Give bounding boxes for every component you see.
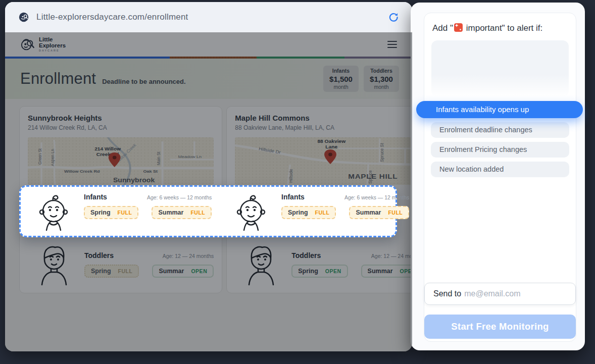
group-age: Age: 6 weeks — 12 months	[344, 194, 409, 200]
season-chip-summar: Summar FULL	[152, 206, 212, 219]
group-age: Age: 6 weeks — 12 months	[147, 194, 212, 200]
baby-icon	[235, 192, 267, 231]
season-label: Spring	[288, 209, 308, 216]
season-status: FULL	[118, 210, 132, 216]
season-label: Summar	[356, 209, 381, 216]
alert-title-suffix: important" to alert if:	[464, 23, 542, 33]
baby-icon	[37, 192, 70, 231]
refresh-icon[interactable]	[388, 12, 399, 23]
alert-option-new-location[interactable]: New location added	[431, 162, 569, 177]
monitor-panel: Add " important" to alert if: Infants av…	[424, 13, 576, 342]
site-favicon-icon	[18, 12, 29, 23]
email-prefix-label: Send to	[433, 289, 461, 298]
email-field-wrapper: Send to	[424, 283, 576, 305]
alert-options-list: Infants availability opens up Enrolment …	[431, 101, 569, 177]
infants-row: Infants Age: 6 weeks — 12 months Spring …	[37, 192, 207, 231]
start-monitoring-button[interactable]: Start Free Monitoring	[424, 315, 576, 339]
season-label: Summar	[158, 209, 183, 216]
season-chip-spring: Spring FULL	[84, 206, 138, 219]
alert-option-infants-availability[interactable]: Infants availability opens up	[416, 101, 583, 118]
season-chip-summar: Summar FULL	[349, 206, 409, 219]
season-status: FULL	[388, 210, 403, 216]
browser-window: Little-explorersdaycare.com/enrollment L…	[5, 2, 412, 351]
browser-url-bar[interactable]: Little-explorersdaycare.com/enrollment	[5, 2, 412, 32]
season-status: FULL	[190, 210, 205, 216]
season-status: FULL	[315, 210, 330, 216]
group-name: Infants	[84, 193, 107, 201]
email-input[interactable]	[464, 289, 567, 298]
infants-row: Infants Age: 6 weeks — 12 months Spring …	[235, 192, 405, 231]
alert-title-prefix: Add "	[432, 23, 453, 33]
important-emoji-icon	[454, 23, 463, 32]
group-name: Infants	[281, 193, 305, 201]
season-chip-spring: Spring FULL	[281, 206, 336, 219]
monitor-panel-backdrop: Add " important" to alert if: Infants av…	[411, 3, 585, 350]
alert-setup-title: Add " important" to alert if:	[432, 23, 569, 33]
url-text[interactable]: Little-explorersdaycare.com/enrollment	[36, 12, 188, 22]
selected-element-band[interactable]: Infants Age: 6 weeks — 12 months Spring …	[19, 185, 397, 237]
alert-option-deadline-changes[interactable]: Enrolment deadline changes	[431, 122, 569, 138]
selection-preview-box	[431, 40, 569, 97]
season-label: Spring	[90, 209, 111, 216]
alert-option-pricing-changes[interactable]: Enrolment Pricing changes	[431, 142, 569, 158]
